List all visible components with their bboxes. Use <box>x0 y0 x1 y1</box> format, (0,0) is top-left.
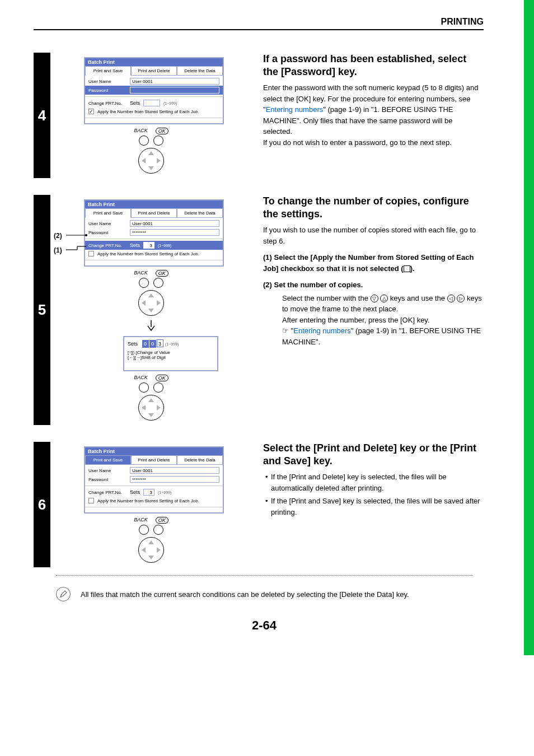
down-icon <box>148 309 154 312</box>
sets-value[interactable]: 3 <box>143 242 154 249</box>
step6-bullet1: If the [Print and Delete] key is selecte… <box>265 472 484 493</box>
left-icon <box>142 300 146 306</box>
username-value[interactable]: User 0001 <box>130 220 219 227</box>
callout-1: (1) <box>54 246 62 254</box>
note: All files that match the current search … <box>56 587 495 601</box>
ok-button[interactable] <box>153 382 163 393</box>
digit[interactable]: 0 <box>149 340 156 348</box>
sets-value[interactable] <box>143 100 160 106</box>
left-key-icon: ◁ <box>447 295 455 302</box>
sets-value[interactable]: 3 <box>143 489 154 496</box>
back-label: BACK <box>134 517 148 524</box>
back-button[interactable] <box>139 382 149 393</box>
entering-numbers-link[interactable]: Entering numbers <box>266 105 324 114</box>
arrow-down-icon <box>147 320 156 332</box>
dpad[interactable] <box>138 290 164 316</box>
tab-print-delete[interactable]: Print and Delete <box>131 208 177 218</box>
tab-print-save[interactable]: Print and Save <box>85 455 131 465</box>
step5-heading: To change the number of copies, configur… <box>263 195 484 220</box>
up-icon <box>148 293 154 297</box>
ok-button[interactable] <box>153 525 163 535</box>
right-icon <box>157 405 161 410</box>
username-label: User Name <box>88 221 127 226</box>
digit-selected[interactable]: 3 <box>157 339 163 347</box>
tab-delete-data[interactable]: Delete the Data <box>177 455 223 465</box>
tab-delete-data[interactable]: Delete the Data <box>177 208 223 218</box>
dpad[interactable] <box>138 395 164 421</box>
back-button[interactable] <box>139 278 149 288</box>
ok-button[interactable] <box>153 278 163 288</box>
step-number: 5 <box>34 195 50 425</box>
right-icon <box>157 300 161 306</box>
apply-checkbox[interactable]: ✓ <box>88 109 94 114</box>
dpad[interactable] <box>138 537 164 563</box>
step-6: 6 Batch Print Print and Save Print and D… <box>34 442 495 567</box>
left-icon <box>142 405 146 410</box>
tab-print-save[interactable]: Print and Save <box>85 208 131 218</box>
page-number: 2-64 <box>34 618 495 633</box>
apply-checkbox[interactable] <box>88 498 94 503</box>
username-value[interactable]: User 0001 <box>130 78 219 85</box>
hint2: [←][→]Shift of Digit <box>128 355 214 360</box>
step-5: 5 (2) (1) Batch Print Print and Save Pri… <box>34 195 495 425</box>
right-icon <box>157 547 161 553</box>
step4-heading: If a password has been established, sele… <box>263 53 484 78</box>
digit[interactable]: 0 <box>142 340 149 348</box>
panel-title: Batch Print <box>85 58 223 66</box>
ok-button[interactable] <box>153 136 163 146</box>
dotted-divider <box>56 575 472 576</box>
tab-delete-data[interactable]: Delete the Data <box>177 66 223 76</box>
sets-range: (1~999) <box>158 491 171 494</box>
entering-numbers-link[interactable]: Entering numbers <box>293 326 351 335</box>
down-key-icon: ▽ <box>371 295 378 302</box>
change-prt-label: Change PRT.No. <box>88 490 127 495</box>
step6-heading: Select the [Print and Delete] key or the… <box>263 442 484 467</box>
ok-label: OK <box>156 270 168 277</box>
left-icon <box>142 547 146 553</box>
pencil-icon <box>56 587 71 601</box>
tab-print-save[interactable]: Print and Save <box>85 66 131 76</box>
step5-body: If you wish to use the number of copies … <box>263 225 484 246</box>
username-label: User Name <box>88 468 127 473</box>
apply-label: Apply the Number from Stored Setting of … <box>97 498 199 503</box>
back-button[interactable] <box>139 525 149 535</box>
step-number: 6 <box>34 442 50 567</box>
sets-range: (1~999) <box>165 342 179 346</box>
down-icon <box>148 166 154 170</box>
tab-print-delete[interactable]: Print and Delete <box>131 66 177 76</box>
panel-title: Batch Print <box>85 447 223 455</box>
step-4: 4 Batch Print Print and Save Print and D… <box>34 53 495 178</box>
batch-print-panel: Batch Print Print and Save Print and Del… <box>84 57 224 124</box>
batch-print-panel: Batch Print Print and Save Print and Del… <box>84 446 224 514</box>
password-label: Password <box>88 88 127 93</box>
step6-bullet2: If the [Print and Save] key is selected,… <box>265 496 484 517</box>
password-label: Password <box>88 230 127 235</box>
password-value[interactable]: ******** <box>130 229 219 236</box>
up-icon <box>148 398 154 402</box>
change-prt-label: Change PRT.No. <box>88 243 127 248</box>
batch-print-panel: Batch Print Print and Save Print and Del… <box>84 199 224 267</box>
panel-title: Batch Print <box>85 200 223 208</box>
sets-label: Sets <box>130 489 140 495</box>
dpad[interactable] <box>138 148 164 174</box>
note-text: All files that match the current search … <box>81 590 409 599</box>
step5-sub2-body: Select the number with the ▽ △ keys and … <box>263 293 484 315</box>
tab-print-delete[interactable]: Print and Delete <box>131 455 177 465</box>
step5-sub2: (2) Set the number of copies. <box>263 279 484 291</box>
password-value[interactable] <box>130 87 219 94</box>
left-icon <box>142 158 146 164</box>
step5-sub1: (1) Select the [Apply the Number from St… <box>263 252 484 274</box>
hint1: [↑][↓]Change of Value <box>128 350 214 355</box>
change-prt-label: Change PRT.No. <box>88 101 127 106</box>
ok-label: OK <box>156 128 168 134</box>
password-value[interactable]: ******** <box>130 476 219 483</box>
back-label: BACK <box>134 270 148 277</box>
back-button[interactable] <box>139 136 149 146</box>
username-value[interactable]: User 0001 <box>130 467 219 474</box>
down-icon <box>148 413 154 417</box>
step4-body2: If you do not wish to enter a password, … <box>263 137 484 148</box>
right-icon <box>157 158 161 164</box>
step4-body: Enter the password with the soft numeric… <box>263 82 484 137</box>
apply-label: Apply the Number from Stored Setting of … <box>97 251 199 256</box>
apply-checkbox[interactable] <box>88 251 94 256</box>
